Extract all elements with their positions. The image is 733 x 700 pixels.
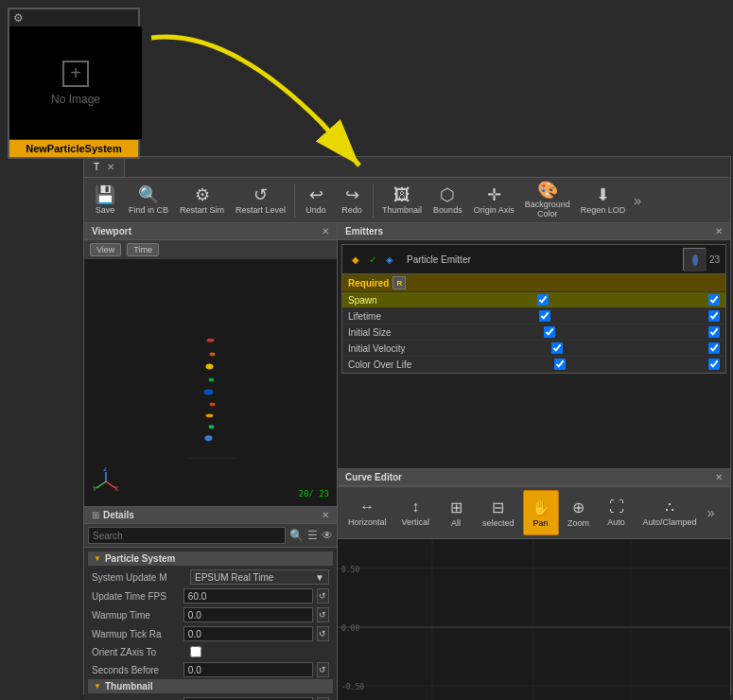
thumbnail-icon: 🖼 — [393, 186, 410, 203]
module-color-checkbox1[interactable] — [554, 359, 566, 370]
thumbnail-button[interactable]: 🖼 Thumbnail — [377, 181, 427, 220]
time-tab-button[interactable]: Time — [127, 243, 159, 256]
regen-lod-label: Regen LOD — [581, 205, 626, 215]
find-in-cb-button[interactable]: 🔍 Find in CB — [124, 181, 173, 220]
prop-orient-z-checkbox[interactable] — [190, 646, 201, 657]
prop-update-fps-cycle[interactable]: ↺ — [317, 588, 329, 604]
auto-button[interactable]: ⛶ Auto — [599, 490, 635, 535]
module-size-checkbox2[interactable] — [708, 326, 720, 338]
details-close-icon[interactable]: ✕ — [322, 510, 329, 520]
horizontal-button[interactable]: ↔ Horizontal — [341, 490, 393, 535]
prop-system-update: System Update M EPSUM Real Time ▼ — [88, 568, 333, 586]
selected-button[interactable]: ⊟ selected — [476, 490, 521, 535]
background-color-icon: 🎨 — [537, 182, 558, 199]
axes-indicator: Z X Y — [92, 467, 120, 499]
restart-level-button[interactable]: ↺ Restart Level — [231, 181, 290, 220]
module-velocity-checkbox1[interactable] — [551, 342, 563, 354]
save-button[interactable]: 💾 Save — [88, 181, 122, 220]
window-tab-main[interactable]: T ✕ — [84, 157, 125, 177]
find-label: Find in CB — [129, 205, 168, 215]
prop-orient-z: Orient ZAxis To — [88, 643, 333, 660]
details-content: ▼ Particle System System Update M EPSUM … — [84, 548, 337, 700]
viewport-tabs: View Time — [84, 240, 337, 259]
all-button[interactable]: ⊞ All — [438, 490, 474, 535]
asset-card: ⚙ + No Image NewParticleSystem — [8, 8, 140, 159]
module-lifetime-checkbox1[interactable] — [539, 310, 550, 322]
emitter-content: ◆ ✓ ◈ Particle Emitter — [338, 240, 730, 468]
undo-icon: ↩ — [309, 186, 323, 203]
emitter-icon-solo[interactable]: ◆ — [348, 252, 363, 267]
prop-warmup-tick-input[interactable] — [183, 626, 313, 641]
module-spawn-checkbox2[interactable] — [708, 294, 720, 306]
module-velocity-checkbox2[interactable] — [708, 342, 720, 354]
vertical-button[interactable]: ↕ Vertical — [395, 490, 437, 535]
emitters-title: Emitters — [345, 226, 383, 236]
toolbar-more-button[interactable]: » — [632, 191, 643, 210]
particle-system-title: Particle System — [105, 553, 176, 564]
module-lifetime-checkbox2[interactable] — [708, 310, 720, 322]
zoom-button[interactable]: ⊕ Zoom — [561, 490, 597, 535]
background-color-label: Background Color — [525, 201, 570, 219]
particle-system-section[interactable]: ▼ Particle System — [88, 551, 333, 566]
tab-close-icon[interactable]: ✕ — [107, 162, 114, 172]
prop-warmup-tick-cycle[interactable]: ↺ — [317, 626, 329, 641]
window-tab-label: T — [94, 162, 99, 172]
prop-seconds-before-cycle[interactable]: ↺ — [317, 662, 329, 677]
toolbar-separator-2 — [373, 184, 374, 218]
details-panel: ⊞ Details ✕ 🔍 ☰ 👁 ▼ Particle System — [84, 507, 337, 700]
auto-clamped-button[interactable]: ⛬ Auto/Clamped — [637, 490, 704, 535]
emitter-icon-sprite[interactable]: ◈ — [382, 252, 397, 267]
restart-sim-button[interactable]: ⚙ Restart Sim — [175, 181, 229, 220]
prop-seconds-before-input[interactable] — [183, 662, 313, 677]
prop-update-fps-input[interactable] — [183, 588, 313, 604]
prop-system-update-label: System Update M — [92, 572, 186, 583]
module-color-over-life[interactable]: Color Over Life — [342, 357, 725, 373]
emitter-card-header: ◆ ✓ ◈ Particle Emitter — [342, 245, 725, 274]
thumbnail-triangle: ▼ — [94, 682, 101, 691]
module-initial-velocity[interactable]: Initial Velocity — [342, 341, 725, 357]
details-title: Details — [103, 510, 134, 520]
undo-button[interactable]: ↩ Undo — [299, 181, 333, 220]
emitter-icon-check[interactable]: ✓ — [365, 252, 380, 267]
prop-system-update-dropdown[interactable]: EPSUM Real Time ▼ — [190, 569, 329, 585]
background-color-button[interactable]: 🎨 Background Color — [521, 181, 574, 220]
bounds-button[interactable]: ⬡ Bounds — [428, 181, 467, 220]
all-icon: ⊞ — [450, 499, 462, 516]
thumbnail-section[interactable]: ▼ Thumbnail — [88, 679, 333, 693]
viewport-content: Z X Y 20/ 23 — [84, 259, 337, 506]
module-spawn[interactable]: Spawn — [342, 292, 725, 308]
details-eye-icon[interactable]: 👁 — [322, 529, 333, 542]
module-list: Required R Spawn Lifetime — [342, 274, 725, 373]
origin-axis-button[interactable]: ✛ Origin Axis — [469, 181, 519, 220]
module-initial-size[interactable]: Initial Size — [342, 324, 725, 341]
curve-more-button[interactable]: » — [706, 503, 717, 522]
redo-button[interactable]: ↪ Redo — [335, 181, 369, 220]
curve-editor-close-icon[interactable]: ✕ — [715, 472, 723, 482]
module-required[interactable]: Required R — [342, 274, 725, 292]
curve-editor: Curve Editor ✕ ↔ Horizontal ↕ Vertical ⊞… — [338, 469, 730, 700]
regen-lod-button[interactable]: ⬇ Regen LOD — [576, 181, 631, 220]
search-icon[interactable]: 🔍 — [289, 529, 304, 542]
search-input[interactable] — [88, 527, 286, 544]
prop-warmup-time: Warmup Time ↺ — [88, 605, 333, 624]
module-initial-size-label: Initial Size — [348, 327, 392, 338]
viewport-close-icon[interactable]: ✕ — [322, 226, 329, 236]
prop-warmup-tick: Warmup Tick Ra ↺ — [88, 624, 333, 643]
details-list-icon[interactable]: ☰ — [307, 529, 318, 542]
emitters-header: Emitters ✕ — [338, 223, 730, 240]
svg-point-8 — [209, 425, 215, 429]
pan-button[interactable]: ✋ Pan — [523, 490, 559, 535]
restart-sim-icon: ⚙ — [195, 186, 210, 203]
emitters-close-icon[interactable]: ✕ — [715, 226, 723, 236]
frame-counter: 20/ 23 — [298, 487, 329, 499]
module-lifetime[interactable]: Lifetime — [342, 308, 725, 324]
prop-warmup-time-cycle[interactable]: ↺ — [317, 607, 329, 622]
pan-icon: ✋ — [532, 499, 550, 516]
module-color-checkbox2[interactable] — [708, 359, 720, 370]
horizontal-icon: ↔ — [359, 499, 375, 516]
module-spawn-checkbox1[interactable] — [537, 294, 549, 306]
module-size-checkbox1[interactable] — [544, 326, 555, 338]
view-tab-button[interactable]: View — [90, 243, 121, 256]
add-icon: + — [62, 61, 89, 87]
prop-warmup-time-input[interactable] — [183, 607, 313, 622]
